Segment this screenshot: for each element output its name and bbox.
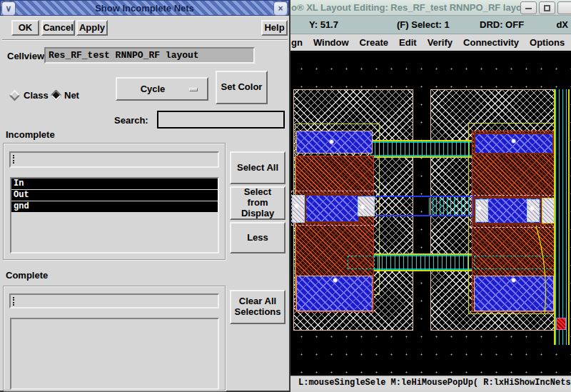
sparkle-mark — [333, 278, 338, 283]
menu-options[interactable]: Options — [530, 37, 565, 48]
screen: o® XL Layout Editing: Res_RF_test RNNPO_… — [0, 0, 571, 392]
clear-all-selections-button[interactable]: Clear All Selections — [230, 290, 286, 324]
complete-frame — [3, 286, 226, 391]
mouse-bindings-bar: L:mouseSingleSele M:leHiMousePopUp( R:lx… — [290, 376, 571, 389]
status-drd-mode: DRD: OFF — [480, 19, 524, 30]
separator — [2, 39, 288, 41]
search-label: Search: — [114, 115, 148, 126]
layout-red-marker — [556, 318, 566, 330]
less-button[interactable]: Less — [230, 222, 286, 253]
complete-filter-input[interactable] — [9, 293, 219, 308]
layout-cyan-bus-upper — [370, 140, 474, 158]
window-title: o® XL Layout Editing: Res_RF_test RNNPO_… — [291, 2, 527, 13]
net-list-item[interactable]: gnd — [11, 201, 218, 212]
layout-flight-line — [529, 224, 550, 316]
select-from-display-button[interactable]: Select from Display — [230, 186, 286, 220]
incomplete-section-label: Incomplete — [6, 129, 55, 140]
maximize-icon — [544, 5, 550, 11]
virtuoso-window: o® XL Layout Editing: Res_RF_test RNNPO_… — [289, 0, 571, 392]
sparkle-mark — [477, 206, 482, 211]
cellview-label: Cellview — [7, 51, 44, 61]
text-cursor — [13, 297, 15, 306]
status-bar: Y: 51.7 (F) Select: 1 DRD: OFF dX — [290, 16, 571, 34]
set-color-button[interactable]: Set Color — [216, 71, 268, 104]
layout-canvas[interactable] — [290, 53, 571, 376]
option-menu-indicator-icon — [189, 88, 198, 91]
cellview-field[interactable]: Res_RF_test RNNPO_RF layout — [44, 47, 255, 64]
close-icon: × — [278, 4, 283, 14]
close-button-partial[interactable] — [557, 1, 571, 14]
complete-section-label: Complete — [6, 270, 48, 281]
status-y-coordinate: Y: 51.7 — [309, 19, 338, 30]
complete-net-list[interactable] — [10, 318, 219, 390]
apply-button[interactable]: Apply — [76, 20, 108, 36]
minimize-icon — [525, 8, 532, 9]
layout-cyan-dashed-left — [348, 256, 375, 269]
layout-cyan-strip-right — [554, 89, 570, 345]
chevron-down-icon: ∨ — [6, 4, 12, 14]
mouse-bindings-text: L:mouseSingleSele M:leHiMousePopUp( R:lx… — [298, 378, 571, 388]
incomplete-frame: In Out gnd — [3, 143, 226, 260]
cycle-dropdown-value: Cycle — [141, 84, 166, 94]
text-cursor — [13, 155, 15, 164]
status-dx: dX — [556, 19, 568, 30]
incomplete-net-list[interactable]: In Out gnd — [10, 177, 219, 253]
window-menu-button[interactable]: ∨ — [1, 1, 16, 16]
help-button[interactable]: Help — [261, 20, 288, 36]
menu-create[interactable]: Create — [360, 37, 388, 48]
select-all-button[interactable]: Select All — [230, 151, 286, 184]
layout-blue-bar-right-top — [474, 133, 554, 154]
class-radio[interactable] — [9, 90, 21, 101]
net-list-item[interactable]: In — [11, 179, 218, 189]
maximize-button[interactable] — [539, 1, 555, 14]
menu-verify[interactable]: Verify — [428, 37, 453, 48]
menu-design[interactable]: gn — [291, 37, 303, 48]
sparkle-mark — [360, 204, 365, 209]
layout-gap-cyan-columns — [429, 198, 470, 215]
layout-selected-net-highlight-right — [470, 195, 562, 228]
sparkle-mark — [530, 206, 535, 211]
dialog-close-button[interactable]: × — [273, 1, 288, 16]
menu-window[interactable]: Window — [313, 37, 349, 48]
net-list-item[interactable]: Out — [11, 190, 218, 201]
menu-bar: gn Window Create Edit Verify Connectivit… — [290, 34, 571, 53]
net-radio-label: Net — [64, 90, 79, 101]
sparkle-mark — [294, 203, 299, 208]
sparkle-mark — [511, 139, 516, 144]
sparkle-mark — [511, 278, 516, 283]
dialog-titlebar[interactable]: ∨ Show Incomplete Nets × — [0, 0, 289, 16]
layout-blue-bar-left-top — [296, 131, 373, 154]
status-select-count: (F) Select: 1 — [397, 19, 450, 30]
minimize-button[interactable] — [520, 1, 537, 14]
net-radio[interactable] — [51, 90, 62, 101]
cancel-button[interactable]: Cancel — [41, 20, 75, 36]
cycle-dropdown[interactable]: Cycle — [116, 77, 208, 101]
class-radio-label: Class — [24, 90, 49, 101]
menu-connectivity[interactable]: Connectivity — [463, 37, 519, 48]
window-titlebar[interactable]: o® XL Layout Editing: Res_RF_test RNNPO_… — [290, 0, 571, 16]
dialog-title: Show Incomplete Nets — [95, 3, 194, 14]
show-incomplete-nets-dialog: ∨ Show Incomplete Nets × OK Cancel Apply… — [0, 0, 290, 392]
incomplete-filter-input[interactable] — [9, 151, 219, 168]
ok-button[interactable]: OK — [11, 20, 39, 36]
search-input[interactable] — [157, 111, 285, 129]
menu-edit[interactable]: Edit — [399, 37, 417, 48]
sparkle-mark — [329, 139, 334, 144]
